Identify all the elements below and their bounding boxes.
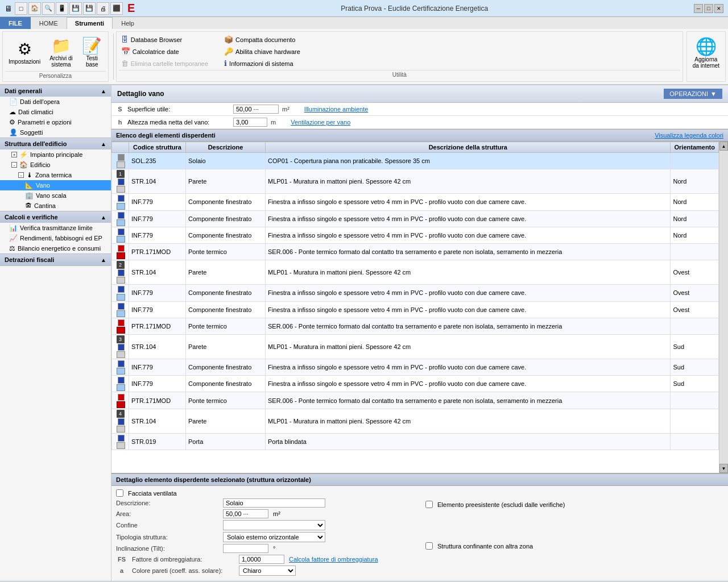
expand-impianto[interactable]: + [11, 152, 17, 157]
facciata-checkbox[interactable] [116, 489, 123, 497]
sidebar-item-impianto[interactable]: + ⚡ Impianto principale [0, 149, 111, 160]
calcoli-header[interactable]: Calcoli e verifiche ▲ [0, 211, 111, 223]
fs-link[interactable]: Calcola fattore di ombreggiatura [289, 556, 378, 563]
btn-database-browser[interactable]: 🗄 Database Browser [119, 34, 210, 45]
sidebar-item-trasmittanze[interactable]: 📊 Verifica trasmittanze limite [0, 223, 111, 233]
a-prefix: a [116, 567, 127, 574]
expand-zona[interactable]: - [18, 172, 24, 178]
table-row[interactable]: INF.779Componente finestratoFinestra a i… [112, 227, 719, 243]
btn-compatta[interactable]: 📦 Compatta documento [222, 34, 303, 45]
tab-home[interactable]: HOME [31, 17, 67, 29]
sidebar-item-climatici[interactable]: ☁ Dati climatici [0, 107, 111, 117]
table-row[interactable]: INF.779Componente finestratoFinestra a i… [112, 285, 719, 301]
altezza-input[interactable] [233, 118, 267, 127]
scroll-up[interactable]: ▲ [719, 142, 728, 151]
confine-select[interactable] [223, 520, 325, 530]
struttura-header[interactable]: Struttura dell'edificio ▲ [0, 138, 111, 149]
cell-desc: Componente finestrato [186, 301, 266, 318]
table-row[interactable]: 3STR.104PareteMLP01 - Muratura in matton… [112, 334, 719, 359]
btn-testi[interactable]: 📝 Testibase [78, 34, 106, 70]
detrazioni-title: Detrazioni fiscali [5, 256, 54, 263]
btn-aggiorna[interactable]: 🌐 Aggiornada internet [689, 34, 723, 71]
area-input[interactable] [223, 509, 268, 518]
btn-archivi[interactable]: 📁 Archivi disistema [46, 34, 76, 70]
cell-orientamento: Nord [671, 194, 719, 210]
toolbar-btn-4[interactable]: 📱 [56, 2, 68, 15]
operazioni-button[interactable]: OPERAZIONI ▼ [664, 89, 722, 99]
altezza-prefix: h [116, 119, 124, 126]
tab-strumenti[interactable]: Strumenti [67, 17, 113, 29]
btn-impostazioni[interactable]: ⚙ Impostazioni [5, 38, 44, 67]
toolbar-btn-5[interactable]: 💾 [69, 2, 82, 15]
sidebar-item-opera[interactable]: 📄 Dati dell'opera [0, 97, 111, 107]
minimize-btn[interactable]: ─ [694, 4, 703, 13]
close-btn[interactable]: ✕ [714, 4, 723, 13]
dati-generali-header[interactable]: Dati generali ▲ [0, 85, 111, 97]
expand-edificio[interactable]: - [11, 162, 17, 168]
fs-input[interactable] [239, 555, 284, 564]
toolbar-btn-1[interactable]: □ [15, 2, 27, 15]
table-row[interactable]: INF.779Componente finestratoFinestra a i… [112, 194, 719, 210]
table-row[interactable]: PTR.171MODPonte termicoSER.006 - Ponte t… [112, 243, 719, 260]
table-row[interactable]: INF.779Componente finestratoFinestra a i… [112, 301, 719, 318]
sidebar-item-soggetti[interactable]: 👤 Soggetti [0, 127, 111, 138]
btn-elimina-cartelle[interactable]: 🗑 Elimina cartelle temporanee [119, 58, 210, 69]
scroll-track[interactable] [719, 151, 728, 464]
table-row[interactable]: INF.779Componente finestratoFinestra a i… [112, 359, 719, 376]
btn-info-sistema[interactable]: ℹ Informazioni di sistema [222, 58, 303, 69]
cell-codice: STR.104 [129, 169, 186, 194]
cell-descrizione-struttura: Finestra a infisso singolo e spessore ve… [266, 210, 671, 227]
cell-codice: STR.104 [129, 334, 186, 359]
toolbar-btn-2[interactable]: 🏠 [28, 2, 41, 15]
cell-orientamento: Sud [671, 359, 719, 376]
ventilazione-link[interactable]: Ventilazione per vano [291, 119, 350, 126]
sidebar-item-zona-termica[interactable]: - 🌡 Zona termica [0, 170, 111, 180]
a-select[interactable]: Chiaro Medio Scuro [239, 566, 296, 576]
toolbar-btn-8[interactable]: ⬛ [110, 2, 123, 15]
sidebar-item-vano[interactable]: 📐 Vano [0, 180, 111, 190]
illuminazione-link[interactable]: Illuminazione ambiente [304, 106, 369, 113]
btn-calcolatrice-date[interactable]: 📅 Calcolatrice date [119, 46, 210, 57]
tipologia-select[interactable]: Solaio esterno orizzontale [223, 532, 325, 542]
title-bar: 🖥 □ 🏠 🔍 📱 💾 💾 🖨 ⬛ E Pratica Prova - Eucl… [0, 0, 728, 17]
legenda-link[interactable]: Visualizza legenda colori [655, 132, 723, 139]
sidebar-item-cantina[interactable]: 🏚 Cantina [0, 201, 111, 211]
sidebar-item-parametri[interactable]: ⚙ Parametri e opzioni [0, 117, 111, 127]
confinante-checkbox[interactable] [425, 542, 433, 550]
table-row[interactable]: INF.779Componente finestratoFinestra a i… [112, 376, 719, 392]
sidebar-item-bilancio[interactable]: ⚖ Bilancio energetico e consumi [0, 243, 111, 253]
col-header-desc: Descrizione [186, 142, 266, 153]
table-row[interactable]: 4STR.104PareteMLP01 - Muratura in matton… [112, 409, 719, 433]
tab-help[interactable]: Help [113, 17, 143, 29]
scroll-down[interactable]: ▼ [719, 464, 728, 473]
area-unit: m² [273, 510, 280, 517]
superficie-input[interactable] [233, 105, 279, 114]
sidebar-item-rendimenti[interactable]: 📈 Rendimenti, fabbisogni ed EP [0, 233, 111, 243]
table-row[interactable]: STR.019PortaPorta blindata [112, 433, 719, 450]
descrizione-row: Descrizione: [116, 498, 414, 508]
table-scroll[interactable]: Codice struttura Descrizione Descrizione… [111, 142, 719, 473]
toolbar-btn-7[interactable]: 🖨 [97, 2, 109, 15]
preesistente-checkbox[interactable] [425, 501, 433, 508]
dettaglio-vano-title: Dettaglio vano [117, 90, 164, 98]
toolbar-btn-6[interactable]: 💾 [83, 2, 96, 15]
btn-abilita-chiave[interactable]: 🔑 Abilita chiave hardware [222, 46, 303, 57]
table-row[interactable]: INF.779Componente finestratoFinestra a i… [112, 210, 719, 227]
tab-file[interactable]: FILE [0, 17, 31, 29]
btn-calc-label: Calcolatrice date [133, 48, 179, 55]
inclinazione-input[interactable] [223, 544, 268, 553]
toolbar-btn-3[interactable]: 🔍 [42, 2, 55, 15]
table-row[interactable]: 1STR.104PareteMLP01 - Muratura in matton… [112, 169, 719, 194]
sidebar-item-vano-scala[interactable]: 🏢 Vano scala [0, 190, 111, 201]
table-row[interactable]: PTR.171MODPonte termicoSER.006 - Ponte t… [112, 392, 719, 409]
detrazioni-header[interactable]: Detrazioni fiscali ▲ [0, 254, 111, 265]
cell-codice: INF.779 [129, 227, 186, 243]
scroll-bar[interactable]: ▲ ▼ [719, 142, 728, 473]
restore-btn[interactable]: □ [704, 4, 713, 13]
sidebar-item-edificio[interactable]: - 🏠 Edificio [0, 160, 111, 170]
table-row[interactable]: PTR.171MODPonte termicoSER.006 - Ponte t… [112, 318, 719, 334]
struttura-arrow: ▲ [101, 141, 106, 147]
desc-input[interactable] [223, 498, 325, 508]
table-row[interactable]: 2STR.104PareteMLP01 - Muratura in matton… [112, 260, 719, 285]
table-row[interactable]: SOL.235SolaioCOP01 - Copertura piana non… [112, 153, 719, 169]
